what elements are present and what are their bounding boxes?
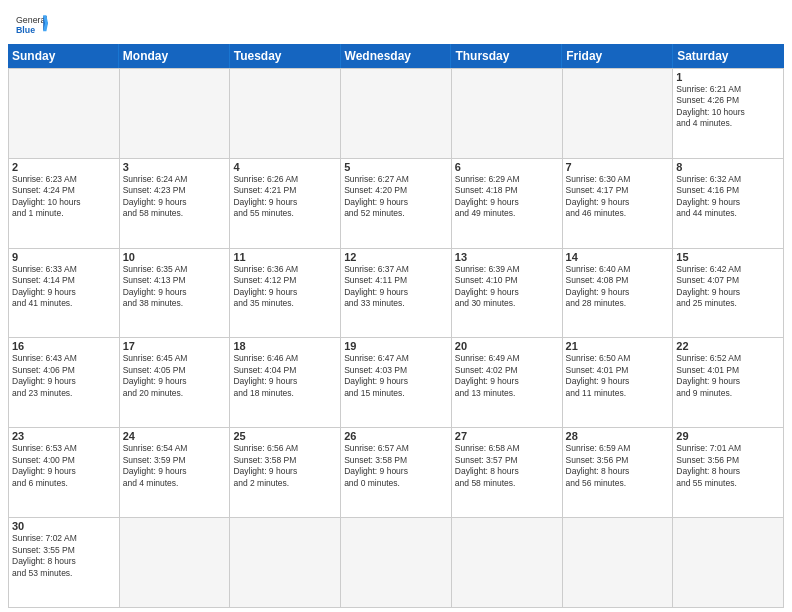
day-number: 18 xyxy=(233,340,337,352)
day-cell-20: 20Sunrise: 6:49 AM Sunset: 4:02 PM Dayli… xyxy=(452,338,563,428)
day-header-thursday: Thursday xyxy=(451,44,562,68)
day-number: 16 xyxy=(12,340,116,352)
day-cell-9: 9Sunrise: 6:33 AM Sunset: 4:14 PM Daylig… xyxy=(9,249,120,339)
day-info: Sunrise: 6:27 AM Sunset: 4:20 PM Dayligh… xyxy=(344,174,448,220)
day-cell-empty xyxy=(452,518,563,608)
day-number: 26 xyxy=(344,430,448,442)
day-number: 24 xyxy=(123,430,227,442)
day-info: Sunrise: 6:35 AM Sunset: 4:13 PM Dayligh… xyxy=(123,264,227,310)
day-cell-24: 24Sunrise: 6:54 AM Sunset: 3:59 PM Dayli… xyxy=(120,428,231,518)
day-cell-21: 21Sunrise: 6:50 AM Sunset: 4:01 PM Dayli… xyxy=(563,338,674,428)
day-number: 23 xyxy=(12,430,116,442)
day-cell-1: 1Sunrise: 6:21 AM Sunset: 4:26 PM Daylig… xyxy=(673,69,784,159)
day-number: 28 xyxy=(566,430,670,442)
day-number: 2 xyxy=(12,161,116,173)
day-info: Sunrise: 6:59 AM Sunset: 3:56 PM Dayligh… xyxy=(566,443,670,489)
calendar-grid: 1Sunrise: 6:21 AM Sunset: 4:26 PM Daylig… xyxy=(8,68,784,608)
day-cell-15: 15Sunrise: 6:42 AM Sunset: 4:07 PM Dayli… xyxy=(673,249,784,339)
day-info: Sunrise: 6:58 AM Sunset: 3:57 PM Dayligh… xyxy=(455,443,559,489)
day-cell-14: 14Sunrise: 6:40 AM Sunset: 4:08 PM Dayli… xyxy=(563,249,674,339)
day-number: 21 xyxy=(566,340,670,352)
day-info: Sunrise: 6:45 AM Sunset: 4:05 PM Dayligh… xyxy=(123,353,227,399)
day-cell-26: 26Sunrise: 6:57 AM Sunset: 3:58 PM Dayli… xyxy=(341,428,452,518)
day-cell-23: 23Sunrise: 6:53 AM Sunset: 4:00 PM Dayli… xyxy=(9,428,120,518)
logo-area: General Blue xyxy=(16,12,48,36)
day-cell-27: 27Sunrise: 6:58 AM Sunset: 3:57 PM Dayli… xyxy=(452,428,563,518)
day-info: Sunrise: 6:39 AM Sunset: 4:10 PM Dayligh… xyxy=(455,264,559,310)
day-info: Sunrise: 6:50 AM Sunset: 4:01 PM Dayligh… xyxy=(566,353,670,399)
day-number: 15 xyxy=(676,251,780,263)
day-number: 12 xyxy=(344,251,448,263)
day-info: Sunrise: 6:24 AM Sunset: 4:23 PM Dayligh… xyxy=(123,174,227,220)
day-headers: SundayMondayTuesdayWednesdayThursdayFrid… xyxy=(8,44,784,68)
day-number: 22 xyxy=(676,340,780,352)
day-header-sunday: Sunday xyxy=(8,44,119,68)
day-number: 8 xyxy=(676,161,780,173)
day-cell-empty xyxy=(452,69,563,159)
day-info: Sunrise: 6:36 AM Sunset: 4:12 PM Dayligh… xyxy=(233,264,337,310)
day-cell-17: 17Sunrise: 6:45 AM Sunset: 4:05 PM Dayli… xyxy=(120,338,231,428)
day-info: Sunrise: 6:23 AM Sunset: 4:24 PM Dayligh… xyxy=(12,174,116,220)
day-cell-empty xyxy=(9,69,120,159)
day-number: 4 xyxy=(233,161,337,173)
day-cell-30: 30Sunrise: 7:02 AM Sunset: 3:55 PM Dayli… xyxy=(9,518,120,608)
day-cell-28: 28Sunrise: 6:59 AM Sunset: 3:56 PM Dayli… xyxy=(563,428,674,518)
day-cell-18: 18Sunrise: 6:46 AM Sunset: 4:04 PM Dayli… xyxy=(230,338,341,428)
day-number: 13 xyxy=(455,251,559,263)
calendar: SundayMondayTuesdayWednesdayThursdayFrid… xyxy=(0,44,792,612)
day-header-saturday: Saturday xyxy=(673,44,784,68)
day-info: Sunrise: 6:21 AM Sunset: 4:26 PM Dayligh… xyxy=(676,84,780,130)
day-info: Sunrise: 6:47 AM Sunset: 4:03 PM Dayligh… xyxy=(344,353,448,399)
day-cell-empty xyxy=(230,69,341,159)
day-info: Sunrise: 6:49 AM Sunset: 4:02 PM Dayligh… xyxy=(455,353,559,399)
day-cell-empty xyxy=(341,518,452,608)
day-cell-empty xyxy=(341,69,452,159)
day-info: Sunrise: 6:29 AM Sunset: 4:18 PM Dayligh… xyxy=(455,174,559,220)
day-cell-13: 13Sunrise: 6:39 AM Sunset: 4:10 PM Dayli… xyxy=(452,249,563,339)
day-number: 19 xyxy=(344,340,448,352)
day-number: 17 xyxy=(123,340,227,352)
day-cell-empty xyxy=(673,518,784,608)
day-cell-empty xyxy=(563,518,674,608)
day-info: Sunrise: 6:37 AM Sunset: 4:11 PM Dayligh… xyxy=(344,264,448,310)
day-cell-empty xyxy=(230,518,341,608)
day-cell-19: 19Sunrise: 6:47 AM Sunset: 4:03 PM Dayli… xyxy=(341,338,452,428)
day-header-friday: Friday xyxy=(562,44,673,68)
day-number: 14 xyxy=(566,251,670,263)
day-info: Sunrise: 6:52 AM Sunset: 4:01 PM Dayligh… xyxy=(676,353,780,399)
day-cell-22: 22Sunrise: 6:52 AM Sunset: 4:01 PM Dayli… xyxy=(673,338,784,428)
day-info: Sunrise: 6:43 AM Sunset: 4:06 PM Dayligh… xyxy=(12,353,116,399)
day-header-wednesday: Wednesday xyxy=(341,44,452,68)
day-number: 7 xyxy=(566,161,670,173)
day-cell-29: 29Sunrise: 7:01 AM Sunset: 3:56 PM Dayli… xyxy=(673,428,784,518)
page: General Blue SundayMondayTuesdayWednesda… xyxy=(0,0,792,612)
day-number: 11 xyxy=(233,251,337,263)
day-cell-4: 4Sunrise: 6:26 AM Sunset: 4:21 PM Daylig… xyxy=(230,159,341,249)
day-number: 20 xyxy=(455,340,559,352)
day-info: Sunrise: 6:42 AM Sunset: 4:07 PM Dayligh… xyxy=(676,264,780,310)
day-info: Sunrise: 6:53 AM Sunset: 4:00 PM Dayligh… xyxy=(12,443,116,489)
day-cell-2: 2Sunrise: 6:23 AM Sunset: 4:24 PM Daylig… xyxy=(9,159,120,249)
day-number: 5 xyxy=(344,161,448,173)
day-header-monday: Monday xyxy=(119,44,230,68)
day-info: Sunrise: 6:32 AM Sunset: 4:16 PM Dayligh… xyxy=(676,174,780,220)
day-info: Sunrise: 6:54 AM Sunset: 3:59 PM Dayligh… xyxy=(123,443,227,489)
day-number: 1 xyxy=(676,71,780,83)
day-info: Sunrise: 6:26 AM Sunset: 4:21 PM Dayligh… xyxy=(233,174,337,220)
day-cell-empty xyxy=(563,69,674,159)
day-cell-6: 6Sunrise: 6:29 AM Sunset: 4:18 PM Daylig… xyxy=(452,159,563,249)
day-info: Sunrise: 7:02 AM Sunset: 3:55 PM Dayligh… xyxy=(12,533,116,579)
day-number: 6 xyxy=(455,161,559,173)
day-cell-empty xyxy=(120,518,231,608)
svg-text:Blue: Blue xyxy=(16,25,35,35)
day-info: Sunrise: 7:01 AM Sunset: 3:56 PM Dayligh… xyxy=(676,443,780,489)
day-number: 27 xyxy=(455,430,559,442)
day-cell-11: 11Sunrise: 6:36 AM Sunset: 4:12 PM Dayli… xyxy=(230,249,341,339)
day-info: Sunrise: 6:57 AM Sunset: 3:58 PM Dayligh… xyxy=(344,443,448,489)
day-cell-25: 25Sunrise: 6:56 AM Sunset: 3:58 PM Dayli… xyxy=(230,428,341,518)
day-number: 9 xyxy=(12,251,116,263)
day-info: Sunrise: 6:40 AM Sunset: 4:08 PM Dayligh… xyxy=(566,264,670,310)
day-cell-5: 5Sunrise: 6:27 AM Sunset: 4:20 PM Daylig… xyxy=(341,159,452,249)
day-cell-10: 10Sunrise: 6:35 AM Sunset: 4:13 PM Dayli… xyxy=(120,249,231,339)
day-number: 29 xyxy=(676,430,780,442)
